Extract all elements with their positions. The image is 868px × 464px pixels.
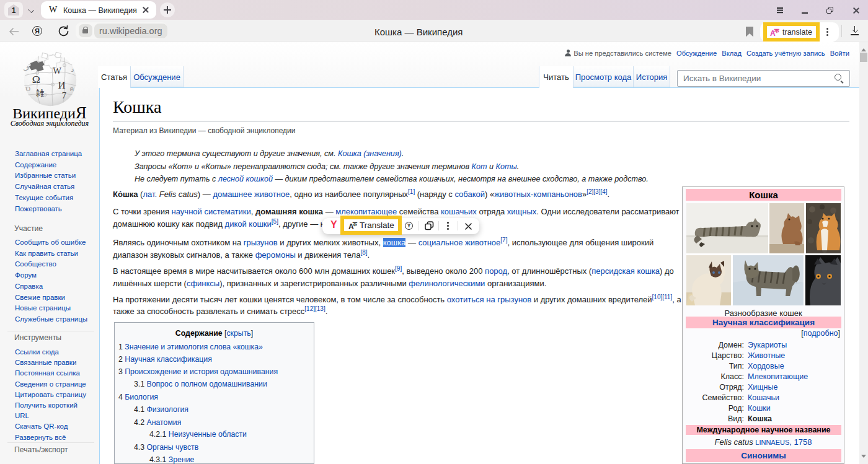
svg-text:7: 7 — [62, 90, 66, 100]
svg-text:W: W — [53, 66, 61, 76]
svg-text:ค: ค — [69, 85, 74, 92]
svg-text:क: क — [352, 221, 358, 227]
svg-text:Ω: Ω — [32, 73, 40, 85]
svg-text:Ό: Ό — [25, 85, 30, 92]
svg-text:雑: 雑 — [35, 89, 45, 98]
svg-text:क: क — [774, 27, 779, 34]
svg-text:И: И — [58, 79, 66, 91]
svg-text:د: د — [71, 66, 74, 73]
